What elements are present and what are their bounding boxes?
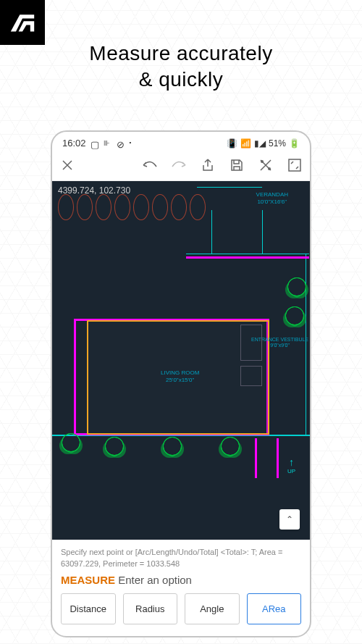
close-icon[interactable] [59,157,75,173]
redo-icon[interactable] [171,157,187,173]
phone-statusbar: 16:02 ▢ ⊪ ⊘ • 📳 📶 ▮◢ 51% 🔋 [52,132,310,151]
marketing-headline: Measure accurately & quickly [0,0,362,93]
tree-ellipses [58,194,206,220]
cursor-coordinates: 4399.724, 102.730 [58,185,130,196]
dot-icon: • [130,139,138,148]
undo-icon[interactable] [142,157,158,173]
command-prompt: MEASURE Enter an option [52,574,310,593]
image-icon: ▢ [90,139,99,148]
option-distance[interactable]: Distance [61,593,116,624]
wifi-icon: 📶 [240,138,251,149]
battery-icon: 🔋 [289,138,300,149]
plant-icon [103,435,126,458]
fullscreen-icon[interactable] [287,157,303,173]
living-label: LIVING ROOM 25'0"x15'0" [161,369,199,383]
plant-icon [219,435,242,458]
command-prompt-text: Enter an option [118,574,192,586]
verandah-label: VERANDAH 10'0"X16'6" [256,191,288,205]
command-history: Specify next point or [Arc/Length/Undo/T… [52,540,310,574]
crosshair-icon[interactable] [258,157,274,173]
plant-icon [283,304,306,327]
svg-point-1 [268,167,271,170]
vibrate-icon: 📳 [227,138,237,149]
up-arrow: ↑ UP [287,456,295,474]
save-icon[interactable] [229,157,245,173]
plant-icon [285,275,308,298]
battery-text: 51% [269,138,286,149]
option-radius[interactable]: Radius [123,593,178,624]
phone-mockup: 16:02 ▢ ⊪ ⊘ • 📳 📶 ▮◢ 51% 🔋 [51,130,311,637]
plant-icon [161,435,184,458]
cad-canvas[interactable]: 4399.724, 102.730 VERANDAH 10'0"X16'6" [52,181,310,540]
svg-point-0 [261,160,264,163]
signal-icon: ▮◢ [254,138,266,149]
headline-line2: & quickly [139,68,224,91]
headline-line1: Measure accurately [89,42,272,64]
status-time: 16:02 [62,138,86,149]
app-toolbar [52,151,310,181]
sync-off-icon: ⊘ [117,139,125,148]
chevron-up-icon: ⌃ [286,514,293,524]
expand-button[interactable]: ⌃ [279,509,300,530]
share-icon[interactable] [200,157,216,173]
option-bar: Distance Radius Angle ARea [52,593,310,636]
option-area[interactable]: ARea [247,593,302,624]
nfc-icon: ⊪ [104,139,112,148]
command-keyword: MEASURE [61,574,115,586]
plant-icon [59,431,83,454]
option-angle[interactable]: Angle [185,593,240,624]
